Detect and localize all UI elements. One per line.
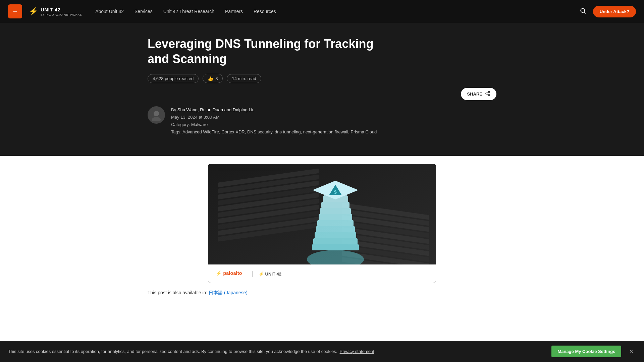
category-label: Category: bbox=[171, 122, 190, 127]
hero-illustration: $ bbox=[208, 164, 436, 264]
article-image-wrap: $ ⚡ paloalto | ⚡ UNIT 42 bbox=[208, 164, 436, 283]
tag-prisma-cloud[interactable]: Prisma Cloud bbox=[351, 129, 377, 134]
svg-rect-36 bbox=[319, 214, 352, 220]
search-icon[interactable] bbox=[580, 7, 586, 16]
nav-link-about[interactable]: About Unit 42 bbox=[95, 9, 124, 14]
by-label: By bbox=[171, 107, 176, 112]
svg-rect-35 bbox=[317, 220, 354, 226]
svg-point-8 bbox=[152, 117, 161, 121]
tag-dns-security[interactable]: DNS security bbox=[247, 129, 272, 134]
like-button[interactable]: 👍 8 bbox=[203, 74, 223, 83]
category-link[interactable]: Malware bbox=[191, 122, 208, 127]
translation-note: This post is also available in: 日本語 (Jap… bbox=[148, 290, 496, 296]
tag-advanced-wildfire[interactable]: Advanced WildFire bbox=[182, 129, 219, 134]
hero-inner: Leveraging DNS Tunneling for Tracking an… bbox=[134, 36, 510, 83]
nav-link-partners[interactable]: Partners bbox=[225, 9, 243, 14]
article-meta-row: 4,628 people reacted 👍 8 14 min. read bbox=[148, 74, 496, 83]
hero-section: Leveraging DNS Tunneling for Tracking an… bbox=[0, 23, 644, 156]
share-label: SHARE bbox=[467, 92, 482, 97]
nav-actions: Under Attack? bbox=[580, 6, 636, 17]
tag-ngfw[interactable]: next-generation firewall bbox=[303, 129, 348, 134]
author-section: By Shu Wang, Ruian Duan and Daiping Liu … bbox=[134, 100, 510, 144]
logo-link[interactable]: ⚡ UNIT 42 BY PALO ALTO NETWORKS bbox=[29, 7, 82, 16]
svg-rect-37 bbox=[320, 208, 351, 214]
share-area: SHARE bbox=[134, 88, 510, 100]
brand-paloalto: ⚡ paloalto bbox=[216, 269, 246, 278]
svg-text:⚡ UNIT 42: ⚡ UNIT 42 bbox=[259, 271, 281, 277]
author-link-shu[interactable]: Shu Wang bbox=[177, 107, 198, 112]
share-icon bbox=[485, 91, 490, 97]
unit42-logo: ⚡ UNIT 42 bbox=[259, 270, 282, 278]
svg-rect-34 bbox=[316, 226, 355, 232]
brand-divider: | bbox=[252, 270, 253, 278]
brand-unit42: ⚡ UNIT 42 bbox=[259, 270, 282, 278]
author-names: By Shu Wang, Ruian Duan and Daiping Liu bbox=[171, 106, 377, 114]
logo-sub: BY PALO ALTO NETWORKS bbox=[41, 13, 82, 16]
navbar: ← ⚡ UNIT 42 BY PALO ALTO NETWORKS About … bbox=[0, 0, 644, 23]
svg-rect-33 bbox=[315, 232, 356, 238]
logo-icon: ⚡ bbox=[29, 7, 38, 16]
content-area: $ ⚡ paloalto | ⚡ UNIT 42 This post is al… bbox=[134, 156, 510, 304]
translation-prefix: This post is also available in: bbox=[148, 290, 207, 295]
author-link-daiping[interactable]: Daiping Liu bbox=[233, 107, 255, 112]
svg-line-1 bbox=[584, 12, 586, 13]
nav-links: About Unit 42 Services Unit 42 Threat Re… bbox=[95, 9, 579, 14]
nav-link-research[interactable]: Unit 42 Threat Research bbox=[163, 9, 214, 14]
author-date: May 13, 2024 at 3:00 AM bbox=[171, 114, 377, 121]
svg-rect-38 bbox=[321, 202, 350, 208]
svg-line-6 bbox=[487, 92, 489, 93]
article-title: Leveraging DNS Tunneling for Tracking an… bbox=[148, 36, 382, 66]
read-time-pill: 14 min. read bbox=[227, 74, 261, 83]
back-icon: ← bbox=[12, 8, 18, 15]
translation-link[interactable]: 日本語 (Japanese) bbox=[209, 290, 248, 295]
image-brand-bar: ⚡ paloalto | ⚡ UNIT 42 bbox=[208, 264, 436, 283]
author-info: By Shu Wang, Ruian Duan and Daiping Liu … bbox=[171, 106, 377, 136]
avatar-icon bbox=[150, 109, 162, 121]
author-category: Category: Malware bbox=[171, 121, 377, 128]
author-avatar bbox=[148, 106, 165, 124]
logo-text-wrap: UNIT 42 BY PALO ALTO NETWORKS bbox=[41, 7, 82, 16]
under-attack-button[interactable]: Under Attack? bbox=[593, 6, 636, 17]
reactions-pill: 4,628 people reacted bbox=[148, 74, 199, 83]
author-link-ruian[interactable]: Ruian Duan bbox=[200, 107, 223, 112]
nav-link-resources[interactable]: Resources bbox=[254, 9, 276, 14]
logo-text: UNIT 42 bbox=[41, 7, 82, 12]
tags-label: Tags: bbox=[171, 129, 181, 134]
share-button[interactable]: SHARE bbox=[461, 88, 496, 100]
svg-line-5 bbox=[487, 94, 489, 95]
reactions-count: 4,628 bbox=[153, 76, 164, 81]
like-icon: 👍 bbox=[208, 76, 213, 81]
like-count: 8 bbox=[215, 76, 218, 81]
author-tags: Tags: Advanced WildFire, Cortex XDR, DNS… bbox=[171, 128, 377, 136]
paloalto-logo: ⚡ paloalto bbox=[216, 269, 246, 277]
reactions-label: people reacted bbox=[165, 76, 194, 81]
tag-dns-tunneling[interactable]: dns tunneling bbox=[275, 129, 301, 134]
svg-text:$: $ bbox=[334, 189, 337, 195]
svg-rect-31 bbox=[312, 244, 359, 250]
svg-text:⚡ paloalto: ⚡ paloalto bbox=[216, 270, 242, 276]
nav-link-services[interactable]: Services bbox=[135, 9, 153, 14]
svg-rect-32 bbox=[313, 238, 358, 244]
svg-point-7 bbox=[154, 111, 159, 116]
tag-cortex-xdr[interactable]: Cortex XDR bbox=[221, 129, 245, 134]
back-button[interactable]: ← bbox=[8, 4, 22, 18]
